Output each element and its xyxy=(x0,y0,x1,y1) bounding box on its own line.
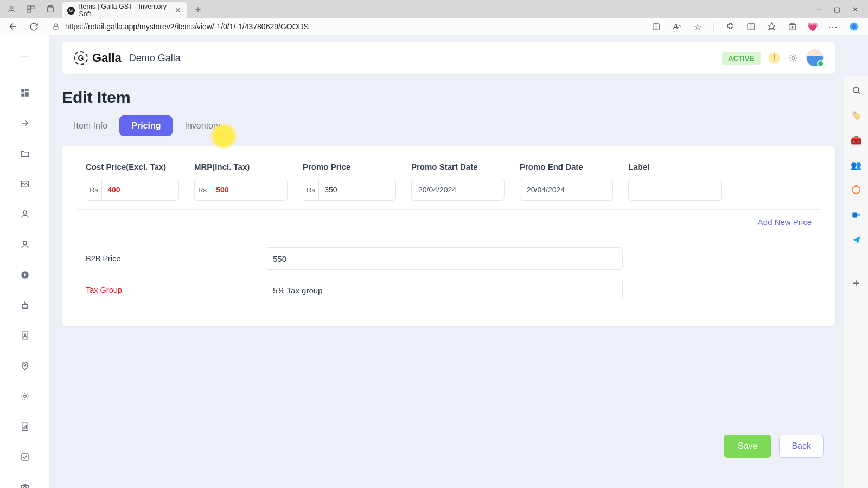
browser-addressbar: https://retail.galla.app/mystorev2/items… xyxy=(0,18,868,35)
splitscreen-icon[interactable] xyxy=(745,21,756,32)
pricing-form: Cost Price(Excl. Tax) MRP(Incl. Tax) Pro… xyxy=(62,146,835,326)
sidebar-arrow-icon[interactable] xyxy=(17,115,33,131)
nav-refresh-icon[interactable] xyxy=(26,19,41,34)
svg-point-32 xyxy=(853,87,858,92)
profile-icon[interactable] xyxy=(7,4,16,14)
extensions-icon[interactable] xyxy=(725,21,736,32)
edge-outlook-icon[interactable] xyxy=(850,209,862,221)
browser-essentials-icon[interactable]: 💗 xyxy=(807,21,818,32)
sidebar-location-icon[interactable] xyxy=(17,358,33,374)
edge-tools-icon[interactable]: 🧰 xyxy=(850,134,862,146)
new-tab-icon[interactable]: ＋ xyxy=(193,3,203,16)
add-new-price-link[interactable]: Add New Price xyxy=(758,217,812,227)
workspaces-icon[interactable] xyxy=(26,4,36,14)
nav-back-icon[interactable] xyxy=(5,19,21,34)
col-label: Label xyxy=(628,162,812,171)
save-button[interactable]: Save xyxy=(724,435,771,458)
sidebar-image-icon[interactable] xyxy=(17,176,33,191)
collections-icon[interactable] xyxy=(787,21,797,32)
tab-title: Items | Galla GST - Inventory Soft xyxy=(79,3,171,18)
mrp-input[interactable] xyxy=(210,179,287,200)
svg-point-22 xyxy=(24,334,25,336)
svg-rect-26 xyxy=(22,454,28,460)
edge-search-icon[interactable] xyxy=(850,84,862,96)
cursor-highlight xyxy=(213,125,234,147)
sidebar-basket-icon[interactable] xyxy=(17,298,33,313)
svg-point-0 xyxy=(10,7,12,9)
url-text: https://retail.galla.app/mystorev2/items… xyxy=(65,22,309,31)
store-name: Demo Galla xyxy=(129,53,181,64)
cost-price-field: Rs xyxy=(86,179,179,201)
svg-rect-2 xyxy=(31,6,34,9)
promo-start-input[interactable] xyxy=(411,179,505,201)
window-minimize-icon[interactable]: ─ xyxy=(817,5,822,14)
svg-rect-13 xyxy=(21,89,24,92)
label-input[interactable] xyxy=(628,179,722,201)
col-start: Promo Start Date xyxy=(411,162,520,171)
promo-end-input[interactable] xyxy=(520,179,613,201)
sidebar-camera-icon[interactable] xyxy=(17,480,33,488)
sidebar-forward-icon[interactable] xyxy=(17,267,33,282)
tab-favicon-icon: G xyxy=(67,7,75,15)
sidebar-dashboard-icon[interactable] xyxy=(17,85,33,100)
favorites-list-icon[interactable] xyxy=(766,21,777,32)
svg-point-24 xyxy=(23,395,26,398)
appmode-icon[interactable] xyxy=(651,21,662,32)
svg-rect-16 xyxy=(21,94,24,97)
window-maximize-icon[interactable]: ▢ xyxy=(834,5,840,14)
tabactions-icon[interactable] xyxy=(46,4,55,14)
b2b-label: B2B Price xyxy=(86,254,265,263)
b2b-price-input[interactable] xyxy=(265,247,623,270)
tab-pricing[interactable]: Pricing xyxy=(119,115,173,136)
window-close-icon[interactable]: ✕ xyxy=(852,5,858,14)
favorite-icon[interactable]: ☆ xyxy=(692,21,703,32)
browser-titlebar: G Items | Galla GST - Inventory Soft ✕ ＋… xyxy=(0,0,868,18)
svg-point-30 xyxy=(792,57,795,60)
col-promo: Promo Price xyxy=(303,162,411,171)
app-header: G Galla Demo Galla ACTIVE ! xyxy=(62,42,835,74)
settings-icon[interactable] xyxy=(788,53,799,63)
status-badge: ACTIVE xyxy=(722,52,761,65)
tab-bar: Item Info Pricing Inventory xyxy=(62,115,835,136)
svg-point-23 xyxy=(24,364,26,366)
user-avatar[interactable] xyxy=(806,49,824,67)
svg-rect-10 xyxy=(790,23,794,24)
tab-item-info[interactable]: Item Info xyxy=(62,115,119,136)
sidebar-user-icon[interactable] xyxy=(17,207,33,222)
svg-rect-1 xyxy=(28,6,30,9)
notification-icon[interactable]: ! xyxy=(768,52,780,64)
svg-rect-33 xyxy=(852,212,857,217)
sidebar-check-icon[interactable] xyxy=(17,450,33,465)
svg-point-18 xyxy=(23,211,27,214)
cost-price-input[interactable] xyxy=(102,179,178,200)
edge-add-icon[interactable]: ＋ xyxy=(850,277,862,288)
promo-price-input[interactable] xyxy=(319,179,395,200)
textsize-icon[interactable]: Aa xyxy=(672,21,682,32)
sidebar-user2-icon[interactable] xyxy=(17,237,33,252)
browser-tab[interactable]: G Items | Galla GST - Inventory Soft ✕ xyxy=(62,2,187,18)
edge-shopping-icon[interactable]: 🏷️ xyxy=(850,109,862,121)
sidebar-collapse-icon[interactable]: — xyxy=(17,48,33,63)
col-mrp: MRP(Incl. Tax) xyxy=(194,162,303,171)
tab-close-icon[interactable]: ✕ xyxy=(175,6,181,15)
url-input[interactable]: https://retail.galla.app/mystorev2/items… xyxy=(47,18,646,35)
sidebar-settings-icon[interactable] xyxy=(17,389,33,404)
menu-icon[interactable]: ⋯ xyxy=(828,21,839,32)
svg-rect-15 xyxy=(25,92,28,97)
sidebar-contacts-icon[interactable] xyxy=(17,328,33,343)
copilot-icon[interactable] xyxy=(848,21,859,32)
sidebar-folder-icon[interactable] xyxy=(17,146,33,161)
edge-people-icon[interactable]: 👥 xyxy=(850,159,862,171)
back-button[interactable]: Back xyxy=(779,435,824,458)
tax-group-input[interactable] xyxy=(265,279,623,301)
sidebar-reports-icon[interactable] xyxy=(17,419,33,434)
app-sidebar: — xyxy=(0,35,50,488)
svg-point-19 xyxy=(23,241,27,245)
edge-m365-icon[interactable] xyxy=(850,184,862,196)
mrp-field: Rs xyxy=(194,179,288,201)
logo-icon: G xyxy=(74,51,88,65)
edge-send-icon[interactable] xyxy=(850,234,862,246)
app-logo: G Galla xyxy=(74,51,122,65)
promo-price-field: Rs xyxy=(303,179,396,201)
svg-rect-6 xyxy=(54,26,58,29)
